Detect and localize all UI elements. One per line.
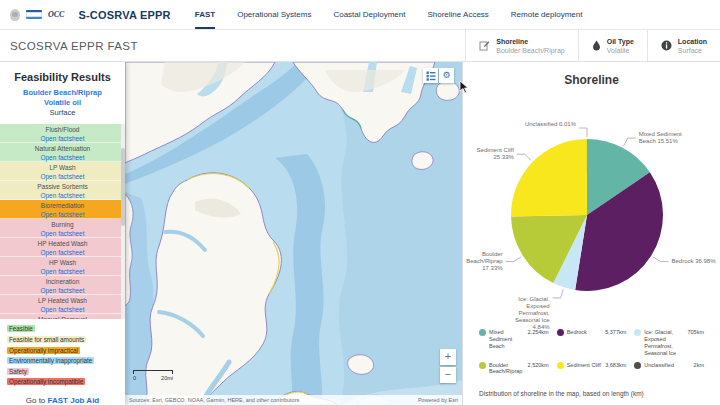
feasibility-item-burning: BurningOpen factsheet xyxy=(0,219,125,238)
pie-leader-line xyxy=(517,154,531,160)
feasibility-item-hp-heated-wash: HP Heated WashOpen factsheet xyxy=(0,238,125,257)
legend-operationally-impractical: Operationally impractical xyxy=(7,347,118,355)
open-factsheet-link[interactable]: Open factsheet xyxy=(0,211,125,220)
tab-shoreline-access[interactable]: Shoreline Access xyxy=(427,0,488,29)
legend-value: 2,254km xyxy=(527,329,549,357)
open-factsheet-link[interactable]: Open factsheet xyxy=(0,306,125,315)
page-header: SCOSRVA EPPR FAST Shoreline Boulder Beac… xyxy=(0,30,720,62)
chart-legend: Mixed Sediment Beach2,254kmBedrock5,377k… xyxy=(463,329,720,375)
logo-group: OCC xyxy=(10,9,64,21)
legend-value: 3,683km xyxy=(604,362,626,376)
feasibility-item-hp-wash: HP WashOpen factsheet xyxy=(0,257,125,276)
legend-icon xyxy=(426,71,436,81)
droplet-icon xyxy=(592,40,601,51)
pie-leader-line xyxy=(553,289,564,298)
app-title: S-COSRVA EPPR xyxy=(78,9,170,21)
basemap-settings-button[interactable]: ⚙ xyxy=(439,68,454,83)
sidebar-scrollbar[interactable] xyxy=(121,124,125,319)
treatment-name: Flush/Flood xyxy=(0,126,125,135)
open-factsheet-link[interactable]: Open factsheet xyxy=(0,173,125,182)
page-title: SCOSRVA EPPR FAST xyxy=(10,40,138,52)
pie-leader-line xyxy=(653,257,669,262)
feasibility-item-incineration: IncinerationOpen factsheet xyxy=(0,276,125,295)
zoom-in-button[interactable]: + xyxy=(440,349,456,365)
chart-title: Shoreline xyxy=(463,73,720,87)
treatment-name: Passive Sorbents xyxy=(0,183,125,192)
top-nav: OCC S-COSRVA EPPR FASTOperational System… xyxy=(0,0,720,30)
shoreline-panel: Shoreline Mixed Sediment Beach 15.51%Bed… xyxy=(462,62,720,405)
map-toolbar: ⚙ xyxy=(423,68,454,83)
powered-by-esri: Powered by Esri xyxy=(418,397,458,403)
legend-feasible: Feasible xyxy=(7,325,118,333)
legend-dot xyxy=(634,329,641,336)
tab-fast[interactable]: FAST xyxy=(195,0,215,29)
open-factsheet-link[interactable]: Open factsheet xyxy=(0,135,125,144)
attribution-sources: Sources: Esri, GEBCO, NOAA, Garmin, HERE… xyxy=(129,397,299,403)
feasibility-item-passive-sorbents: Passive SorbentsOpen factsheet xyxy=(0,181,125,200)
edit-icon xyxy=(479,40,490,51)
treatment-name: Natural Attenuation xyxy=(0,145,125,154)
legend-dot xyxy=(634,362,641,369)
scale-start: 0 xyxy=(133,375,136,381)
pie-svg xyxy=(463,87,720,327)
legend-name: Bedrock xyxy=(567,329,602,357)
open-factsheet-link[interactable]: Open factsheet xyxy=(0,192,125,201)
legend-chip: Environmentally inappropriate xyxy=(7,357,94,364)
chart-legend-item-boulder-beach-riprap: Boulder Beach/Riprap2,520km xyxy=(479,362,549,376)
feasibility-sidebar: Feasibility Results Boulder Beach/Riprap… xyxy=(0,62,125,405)
scenario-summary: Boulder Beach/RiprapVolatile oilSurface xyxy=(0,88,125,117)
legend-name: Mixed Sediment Beach xyxy=(489,329,524,357)
legend-safety: Safety xyxy=(7,368,118,376)
legend-chip: Safety xyxy=(7,368,29,375)
feasibility-item-natural-attenuation: Natural AttenuationOpen factsheet xyxy=(0,143,125,162)
treatment-name: Bioremediation xyxy=(0,202,125,211)
tab-operational-systems[interactable]: Operational Systems xyxy=(237,0,311,29)
map-attribution: Sources: Esri, GEBCO, NOAA, Garmin, HERE… xyxy=(125,395,462,405)
legend-value: 2,520km xyxy=(527,362,549,376)
chart-legend-item-bedrock: Bedrock5,377km xyxy=(557,329,627,357)
location-card[interactable]: Location Surface xyxy=(647,30,720,61)
legend-dot xyxy=(557,329,564,336)
chart-legend-item-ice-glacial-exposed-permafrost-seasonal-ice: Ice: Glacial, Exposed Permafrost, Season… xyxy=(634,329,704,357)
zoom-out-button[interactable]: − xyxy=(440,367,456,383)
feasibility-item-lp-heated-wash: LP Heated WashOpen factsheet xyxy=(0,295,125,314)
tab-coastal-deployment[interactable]: Coastal Deployment xyxy=(333,0,405,29)
basemap xyxy=(125,62,462,405)
app-window: OCC S-COSRVA EPPR FASTOperational System… xyxy=(0,0,720,405)
legend-dot xyxy=(557,362,564,369)
legend-value: 2km xyxy=(682,362,704,376)
legend-value: 5,377km xyxy=(604,329,626,357)
open-factsheet-link[interactable]: Open factsheet xyxy=(0,154,125,163)
shoreline-card[interactable]: Shoreline Boulder Beach/Riprap xyxy=(465,30,578,61)
legend-value: 705km xyxy=(682,329,704,357)
open-factsheet-link[interactable]: Open factsheet xyxy=(0,249,125,258)
open-factsheet-link[interactable]: Open factsheet xyxy=(0,287,125,296)
occ-logo: OCC xyxy=(48,10,64,19)
feasibility-item-flush-flood: Flush/FloodOpen factsheet xyxy=(0,124,125,143)
fast-job-aid-link[interactable]: FAST Job Aid xyxy=(48,396,100,405)
oil-type-card[interactable]: Oil Type Volatile xyxy=(578,30,647,61)
pie-slice-sediment-cliff[interactable] xyxy=(511,139,587,217)
open-factsheet-link[interactable]: Open factsheet xyxy=(0,230,125,239)
sidebar-title: Feasibility Results xyxy=(0,71,125,83)
tab-remote-deployment[interactable]: Remote deployment xyxy=(511,0,583,29)
legend-name: Boulder Beach/Riprap xyxy=(489,362,524,376)
pie-leader-line xyxy=(624,138,636,146)
legend-name: Ice: Glacial, Exposed Permafrost, Season… xyxy=(644,329,679,357)
feasibility-list: Flush/FloodOpen factsheetNatural Attenua… xyxy=(0,124,125,319)
legend-layers-button[interactable] xyxy=(423,68,438,83)
pie-leader-line xyxy=(579,128,587,137)
map[interactable]: ⚙ + − 0 20mi Sources: Esri, GEBCO, NOAA,… xyxy=(125,62,462,405)
treatment-name: Manual Removal xyxy=(0,316,125,319)
nav-tabs: FASTOperational SystemsCoastal Deploymen… xyxy=(195,0,583,29)
legend-chip: Operationally incompatible xyxy=(7,378,85,385)
legend-name: Unclassified xyxy=(644,362,679,376)
legend-chip: Feasible xyxy=(7,325,35,332)
scenario-line-0: Boulder Beach/Riprap xyxy=(0,88,125,98)
pie-chart: Mixed Sediment Beach 15.51%Bedrock 36.98… xyxy=(463,87,720,327)
job-aid-prefix: Go to xyxy=(26,396,46,405)
scrollbar-thumb[interactable] xyxy=(121,148,125,226)
open-factsheet-link[interactable]: Open factsheet xyxy=(0,268,125,277)
card-label: Location xyxy=(678,37,707,46)
legend-environmentally-inappropriate: Environmentally inappropriate xyxy=(7,357,118,365)
